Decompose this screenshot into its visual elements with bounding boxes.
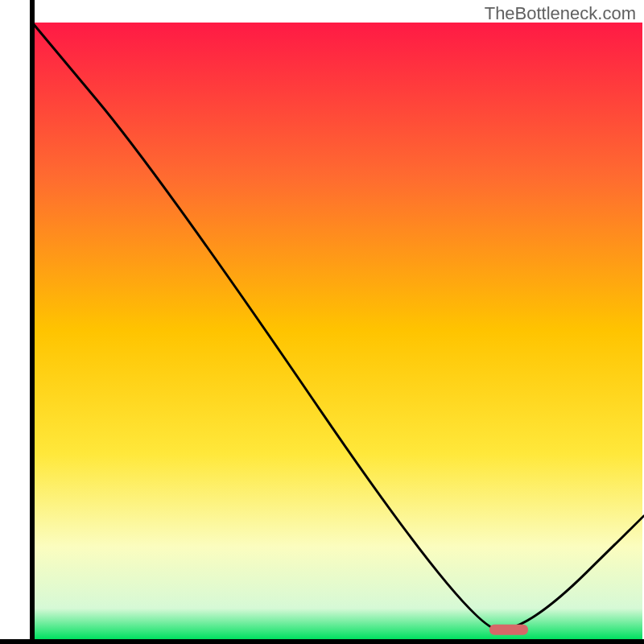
bottleneck-chart: TheBottleneck.com (0, 0, 644, 644)
gradient-background (32, 23, 642, 639)
chart-svg (0, 0, 644, 644)
watermark-text: TheBottleneck.com (485, 3, 636, 24)
optimal-marker (489, 625, 528, 635)
